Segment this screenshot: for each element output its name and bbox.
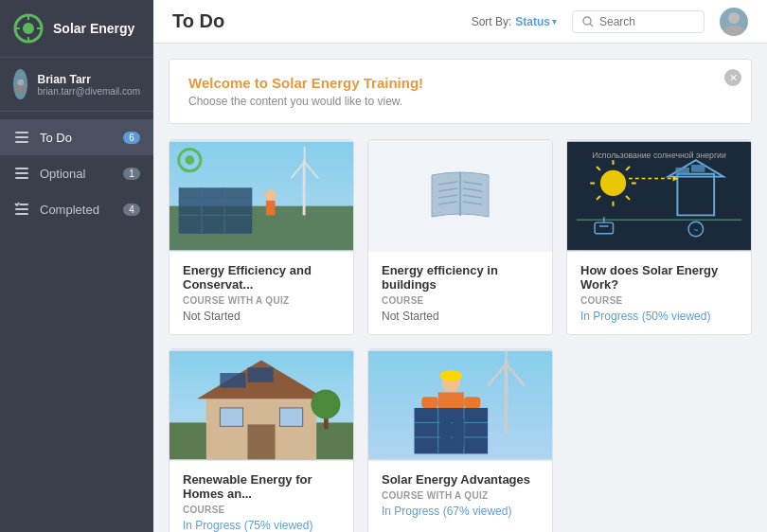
svg-rect-86 [440, 374, 462, 379]
svg-rect-12 [15, 172, 28, 174]
course-title-3: How does Solar Energy Work? [580, 263, 738, 292]
search-icon [582, 16, 594, 27]
course-image-4 [169, 349, 353, 461]
svg-rect-72 [220, 408, 242, 426]
sidebar: Solar Energy Brian Tarr brian.tarr@divem… [0, 0, 153, 532]
course-card-2[interactable]: Energy efficiency in buildings COURSE No… [367, 139, 553, 335]
completed-label: Completed [40, 203, 114, 217]
svg-rect-80 [505, 360, 508, 434]
svg-text:Использование солнечной энерги: Использование солнечной энергии [592, 151, 726, 160]
svg-rect-34 [266, 201, 276, 216]
user-profile: Brian Tarr brian.tarr@divemail.com [0, 58, 153, 112]
course-card-5[interactable]: Solar Energy Advantages COURSE WITH A QU… [367, 348, 553, 532]
svg-point-18 [583, 17, 591, 25]
course-status-2: Not Started [382, 310, 539, 323]
course-image-3: Использование солнечной энергии [567, 140, 751, 252]
svg-rect-16 [15, 208, 28, 210]
svg-rect-10 [15, 141, 28, 143]
svg-rect-95 [440, 419, 452, 447]
svg-point-6 [17, 80, 24, 86]
solar-panels-image [169, 140, 353, 252]
completed-badge: 4 [123, 204, 140, 216]
sort-status-button[interactable]: Status ▾ [515, 15, 557, 28]
sidebar-item-completed[interactable]: Completed 4 [0, 191, 153, 227]
user-name: Brian Tarr [37, 73, 140, 86]
todo-badge: 6 [123, 132, 140, 144]
svg-point-78 [311, 390, 340, 419]
solar-logo-icon [13, 13, 44, 44]
sort-by-label: Sort By: [472, 15, 512, 28]
course-type-1: COURSE WITH A QUIZ [183, 295, 340, 306]
svg-rect-13 [15, 177, 28, 179]
book-icon [427, 168, 493, 224]
course-body-4: Renewable Energy for Homes an... COURSE … [169, 461, 353, 532]
svg-line-19 [590, 24, 593, 27]
svg-text:~: ~ [693, 225, 698, 235]
course-type-2: COURSE [382, 295, 539, 306]
course-image-5 [368, 349, 552, 461]
course-title-4: Renewable Energy for Homes an... [183, 472, 340, 501]
search-bar [572, 10, 705, 33]
course-image-2 [368, 140, 552, 252]
svg-rect-8 [15, 132, 28, 133]
course-body-2: Energy efficiency in buildings COURSE No… [368, 252, 552, 334]
sidebar-item-optional[interactable]: Optional 1 [0, 155, 153, 191]
course-type-3: COURSE [580, 295, 738, 306]
svg-rect-24 [179, 187, 253, 233]
course-body-1: Energy Efficiency and Conservat... COURS… [169, 252, 353, 334]
optional-label: Optional [40, 167, 114, 181]
svg-rect-88 [421, 397, 437, 408]
course-image-1 [169, 140, 353, 252]
solar-dark-image: Использование солнечной энергии [567, 140, 751, 252]
avatar-image [13, 69, 27, 99]
topbar-avatar-image [720, 8, 748, 36]
page-title: To Do [172, 10, 456, 32]
optional-badge: 1 [123, 168, 140, 180]
svg-point-1 [23, 23, 34, 34]
welcome-banner: Welcome to Solar Energy Training! Choose… [169, 59, 752, 124]
search-input[interactable] [599, 15, 694, 28]
course-card-4[interactable]: Renewable Energy for Homes an... COURSE … [169, 348, 354, 532]
course-status-4: In Progress (75% viewed) [183, 519, 340, 532]
svg-rect-76 [247, 367, 273, 382]
course-card-1[interactable]: Energy Efficiency and Conservat... COURS… [169, 139, 354, 335]
course-status-5: In Progress (67% viewed) [382, 505, 539, 518]
sidebar-nav: To Do 6 Optional 1 [0, 112, 153, 532]
svg-point-20 [728, 12, 740, 24]
welcome-subtitle: Choose the content you would like to vie… [188, 95, 732, 108]
svg-point-47 [600, 170, 626, 196]
chevron-down-icon: ▾ [552, 17, 557, 27]
topbar: To Do Sort By: Status ▾ [153, 0, 767, 44]
courses-grid: Energy Efficiency and Conservat... COURS… [169, 139, 752, 532]
sidebar-item-todo[interactable]: To Do 6 [0, 119, 153, 155]
svg-point-7 [15, 86, 27, 94]
course-card-3[interactable]: Использование солнечной энергии [566, 139, 752, 335]
todo-label: To Do [40, 131, 114, 145]
svg-point-36 [185, 155, 194, 165]
svg-rect-59 [691, 165, 705, 172]
svg-rect-89 [464, 397, 480, 408]
topbar-avatar [720, 8, 748, 36]
completed-icon [13, 201, 30, 218]
svg-point-33 [265, 189, 276, 201]
course-status-3: In Progress (50% viewed) [580, 310, 738, 323]
course-title-1: Energy Efficiency and Conservat... [183, 263, 340, 292]
svg-rect-96 [453, 419, 464, 447]
svg-rect-9 [15, 136, 28, 138]
banner-close-button[interactable]: ✕ [724, 69, 741, 86]
sort-value: Status [515, 15, 550, 28]
main-content: To Do Sort By: Status ▾ Welcome to So [153, 0, 767, 532]
svg-rect-17 [15, 213, 28, 215]
course-type-5: COURSE WITH A QUIZ [382, 490, 539, 501]
svg-rect-29 [303, 160, 306, 215]
course-type-4: COURSE [183, 505, 340, 515]
course-title-2: Energy efficiency in buildings [382, 263, 539, 292]
user-info: Brian Tarr brian.tarr@divemail.com [37, 73, 140, 97]
course-title-5: Solar Energy Advantages [382, 472, 539, 487]
course-body-5: Solar Energy Advantages COURSE WITH A QU… [368, 461, 552, 529]
course-body-3: How does Solar Energy Work? COURSE In Pr… [567, 252, 751, 334]
welcome-title: Welcome to Solar Energy Training! [188, 75, 732, 91]
house-image [169, 349, 353, 461]
user-email: brian.tarr@divemail.com [37, 86, 140, 97]
svg-rect-15 [19, 204, 28, 205]
